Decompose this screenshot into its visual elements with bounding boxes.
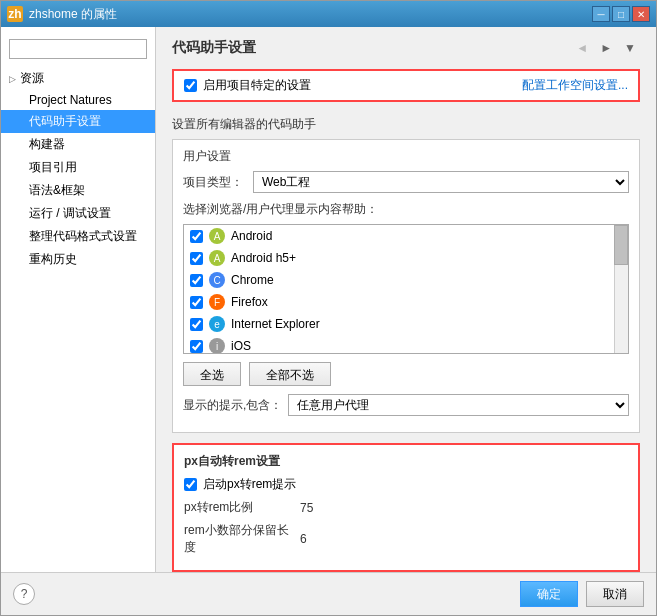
- dialog-title: zhshome 的属性: [29, 6, 117, 23]
- page-title: 代码助手设置: [172, 39, 256, 57]
- px-rem-title: px自动转rem设置: [184, 453, 628, 470]
- hint-row: 显示的提示,包含： 任意用户代理: [183, 394, 629, 416]
- close-button[interactable]: ✕: [632, 6, 650, 22]
- browser-checkbox-chrome[interactable]: [190, 274, 203, 287]
- browser-select-label: 选择浏览器/用户代理显示内容帮助：: [183, 201, 629, 218]
- dialog-body: ▷ 资源 Project Natures 代码助手设置 构建器 项目引用 语法&…: [1, 27, 656, 572]
- deselect-all-button[interactable]: 全部不选: [249, 362, 331, 386]
- sidebar-item-code-format[interactable]: 整理代码格式式设置: [1, 225, 155, 248]
- user-settings-label: 用户设置: [183, 148, 629, 165]
- dialog: zh zhshome 的属性 ─ □ ✕ ▷ 资源 Project Nature…: [0, 0, 657, 616]
- nav-dropdown-button[interactable]: ▼: [620, 39, 640, 57]
- browser-item-firefox: F Firefox: [184, 291, 628, 313]
- maximize-button[interactable]: □: [612, 6, 630, 22]
- browser-item-android: A Android: [184, 225, 628, 247]
- px-rem-enable-row: 启动px转rem提示: [184, 476, 628, 493]
- nav-back-button[interactable]: ◄: [572, 39, 592, 57]
- arrow-icon: ▷: [9, 74, 16, 84]
- hint-select[interactable]: 任意用户代理: [288, 394, 629, 416]
- browser-item-android-h5: A Android h5+: [184, 247, 628, 269]
- browser-label-ie: Internet Explorer: [231, 317, 320, 331]
- browser-label-firefox: Firefox: [231, 295, 268, 309]
- sidebar-item-syntax-framework[interactable]: 语法&框架: [1, 179, 155, 202]
- app-icon: zh: [7, 6, 23, 22]
- user-settings-section: 用户设置 项目类型： Web工程 选择浏览器/用户代理显示内容帮助： A And…: [172, 139, 640, 433]
- px-rem-enable-label: 启动px转rem提示: [203, 476, 296, 493]
- ie-icon: e: [209, 316, 225, 332]
- px-rem-decimal-value: 6: [300, 532, 307, 546]
- px-rem-ratio-value: 75: [300, 501, 313, 515]
- cancel-button[interactable]: 取消: [586, 581, 644, 607]
- bottom-bar: ? 确定 取消: [1, 572, 656, 615]
- sidebar-item-build[interactable]: 构建器: [1, 133, 155, 156]
- sidebar-item-run-debug[interactable]: 运行 / 调试设置: [1, 202, 155, 225]
- minimize-button[interactable]: ─: [592, 6, 610, 22]
- browser-button-row: 全选 全部不选: [183, 362, 629, 386]
- set-all-editors-label: 设置所有编辑器的代码助手: [172, 116, 640, 133]
- browser-checkbox-ie[interactable]: [190, 318, 203, 331]
- title-bar-left: zh zhshome 的属性: [7, 6, 117, 23]
- main-content: 代码助手设置 ◄ ► ▼ 启用项目特定的设置 配置工作空间设置... 设置所有编…: [156, 27, 656, 572]
- browser-list: A Android A Android h5+ C Chrome: [183, 224, 629, 354]
- select-all-button[interactable]: 全选: [183, 362, 241, 386]
- project-type-select[interactable]: Web工程: [253, 171, 629, 193]
- sidebar-item-code-assistant[interactable]: 代码助手设置: [1, 110, 155, 133]
- confirm-button[interactable]: 确定: [520, 581, 578, 607]
- browser-item-ios: i iOS: [184, 335, 628, 354]
- firefox-icon: F: [209, 294, 225, 310]
- px-rem-ratio-row: px转rem比例 75: [184, 499, 628, 516]
- browser-label-android: Android: [231, 229, 272, 243]
- sidebar: ▷ 资源 Project Natures 代码助手设置 构建器 项目引用 语法&…: [1, 27, 156, 572]
- bottom-bar-left: ?: [13, 583, 35, 605]
- browser-label-ios: iOS: [231, 339, 251, 353]
- android-h5-icon: A: [209, 250, 225, 266]
- px-rem-enable-checkbox[interactable]: [184, 478, 197, 491]
- px-rem-decimal-label: rem小数部分保留长度: [184, 522, 294, 556]
- enable-project-settings-checkbox[interactable]: [184, 79, 197, 92]
- sidebar-search-input[interactable]: [9, 39, 147, 59]
- px-rem-ratio-label: px转rem比例: [184, 499, 294, 516]
- chrome-icon: C: [209, 272, 225, 288]
- sidebar-item-project-ref[interactable]: 项目引用: [1, 156, 155, 179]
- enable-checkbox-row: 启用项目特定的设置 配置工作空间设置...: [184, 77, 628, 94]
- scrollbar-thumb[interactable]: [614, 225, 628, 265]
- bottom-bar-right: 确定 取消: [520, 581, 644, 607]
- sidebar-item-project-natures[interactable]: Project Natures: [1, 90, 155, 110]
- nav-forward-button[interactable]: ►: [596, 39, 616, 57]
- px-rem-decimal-row: rem小数部分保留长度 6: [184, 522, 628, 556]
- browser-label-android-h5: Android h5+: [231, 251, 296, 265]
- px-rem-section: px自动转rem设置 启动px转rem提示 px转rem比例 75 rem小数部…: [172, 443, 640, 572]
- browser-checkbox-android[interactable]: [190, 230, 203, 243]
- main-header: 代码助手设置 ◄ ► ▼: [172, 39, 640, 57]
- project-type-row: 项目类型： Web工程: [183, 171, 629, 193]
- help-button[interactable]: ?: [13, 583, 35, 605]
- scrollbar-track: [614, 225, 628, 353]
- config-workspace-link[interactable]: 配置工作空间设置...: [522, 77, 628, 94]
- browser-item-ie: e Internet Explorer: [184, 313, 628, 335]
- browser-label-chrome: Chrome: [231, 273, 274, 287]
- sidebar-item-resources[interactable]: ▷ 资源: [1, 67, 155, 90]
- project-type-label: 项目类型：: [183, 174, 253, 191]
- hint-label: 显示的提示,包含：: [183, 397, 282, 414]
- ios-icon: i: [209, 338, 225, 354]
- browser-checkbox-firefox[interactable]: [190, 296, 203, 309]
- sidebar-item-refactor-history[interactable]: 重构历史: [1, 248, 155, 271]
- title-bar-buttons: ─ □ ✕: [592, 6, 650, 22]
- enable-project-settings-box: 启用项目特定的设置 配置工作空间设置...: [172, 69, 640, 102]
- android-icon: A: [209, 228, 225, 244]
- browser-checkbox-ios[interactable]: [190, 340, 203, 353]
- browser-checkbox-android-h5[interactable]: [190, 252, 203, 265]
- enable-project-settings-label: 启用项目特定的设置: [203, 77, 311, 94]
- nav-arrows: ◄ ► ▼: [572, 39, 640, 57]
- browser-item-chrome: C Chrome: [184, 269, 628, 291]
- title-bar: zh zhshome 的属性 ─ □ ✕: [1, 1, 656, 27]
